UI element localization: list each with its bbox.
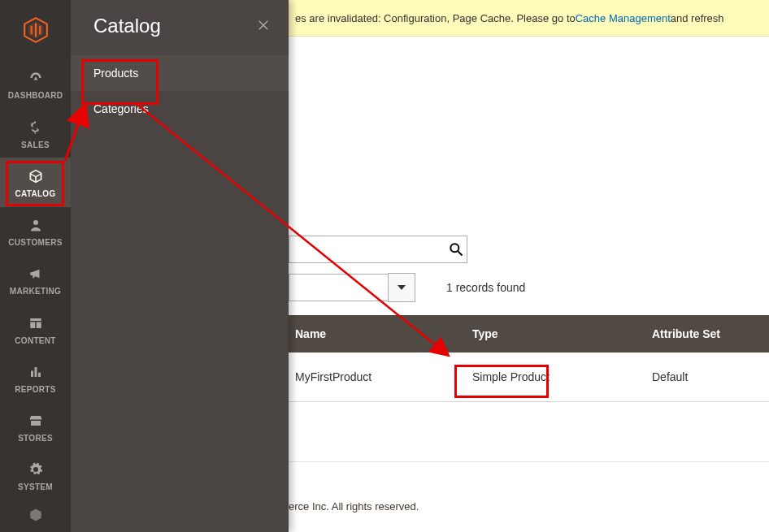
sidebar-item-system[interactable]: SYSTEM [0, 452, 71, 500]
gear-icon [28, 460, 43, 479]
flyout-item-products[interactable]: Products [71, 55, 289, 91]
warning-text: and refresh [671, 12, 724, 24]
col-header-attribute-set[interactable]: Attribute Set [642, 327, 769, 340]
footer-copyright: erce Inc. All rights reserved. [289, 500, 769, 513]
page-content: 1 records found Name Type Attribute Set … [289, 36, 769, 532]
sidebar-item-catalog[interactable]: CATALOG [0, 158, 71, 206]
sidebar-item-label: DASHBOARD [8, 91, 63, 100]
box-icon [28, 167, 44, 186]
sidebar-item-extra[interactable] [0, 500, 71, 532]
col-header-name[interactable]: Name [289, 327, 463, 340]
cell-type: Simple Product [463, 370, 642, 383]
svg-point-1 [450, 244, 458, 252]
sidebar-item-label: SYSTEM [18, 482, 53, 491]
box-icon [28, 505, 43, 525]
magento-logo[interactable] [0, 0, 71, 60]
catalog-flyout: Catalog Products Categories [71, 0, 289, 532]
sidebar-item-marketing[interactable]: MARKETING [0, 256, 71, 305]
search-input[interactable] [289, 236, 445, 262]
footer-divider [289, 461, 769, 462]
sidebar-item-label: CONTENT [15, 336, 55, 345]
warning-text: es are invalidated: Configuration, Page … [295, 12, 576, 24]
actions-dropdown[interactable] [289, 274, 389, 301]
flyout-title: Catalog [93, 15, 161, 37]
col-header-type[interactable]: Type [463, 327, 642, 340]
bar-chart-icon [28, 362, 43, 382]
sidebar-item-reports[interactable]: REPORTS [0, 353, 71, 402]
main-sidebar: DASHBOARD SALES CATALOG CUSTOMERS MARKET… [0, 0, 71, 532]
flyout-item-label: Categories [93, 102, 149, 115]
sidebar-item-label: SALES [21, 141, 50, 149]
products-table: Name Type Attribute Set MyFirstProduct S… [289, 315, 769, 402]
person-icon [28, 215, 43, 235]
sidebar-item-customers[interactable]: CUSTOMERS [0, 207, 71, 256]
sidebar-item-sales[interactable]: SALES [0, 109, 71, 158]
dollar-icon [28, 118, 43, 137]
sidebar-item-label: STORES [18, 434, 53, 443]
sidebar-item-dashboard[interactable]: DASHBOARD [0, 60, 71, 109]
megaphone-icon [28, 264, 43, 283]
cell-name: MyFirstProduct [289, 370, 463, 383]
cell-attribute-set: Default [642, 370, 769, 383]
sidebar-item-label: CUSTOMERS [8, 238, 62, 247]
close-icon[interactable] [256, 18, 271, 35]
sidebar-item-label: CATALOG [15, 189, 55, 198]
svg-point-0 [33, 220, 38, 225]
sidebar-item-content[interactable]: CONTENT [0, 305, 71, 353]
table-row[interactable]: MyFirstProduct Simple Product Default [289, 353, 769, 402]
store-icon [28, 411, 43, 430]
flyout-item-categories[interactable]: Categories [71, 91, 289, 127]
system-message-bar: es are invalidated: Configuration, Page … [289, 0, 769, 37]
keyword-search [289, 236, 467, 263]
layout-icon [28, 314, 43, 333]
sidebar-item-label: MARKETING [10, 287, 61, 296]
search-icon[interactable] [445, 241, 467, 257]
table-header: Name Type Attribute Set [289, 315, 769, 353]
sidebar-item-label: REPORTS [15, 385, 55, 394]
dashboard-icon [28, 68, 44, 88]
sidebar-item-stores[interactable]: STORES [0, 403, 71, 452]
cache-management-link[interactable]: Cache Management [576, 12, 671, 24]
records-found-text: 1 records found [446, 281, 525, 294]
flyout-item-label: Products [93, 67, 138, 80]
actions-dropdown-toggle[interactable] [388, 273, 415, 302]
